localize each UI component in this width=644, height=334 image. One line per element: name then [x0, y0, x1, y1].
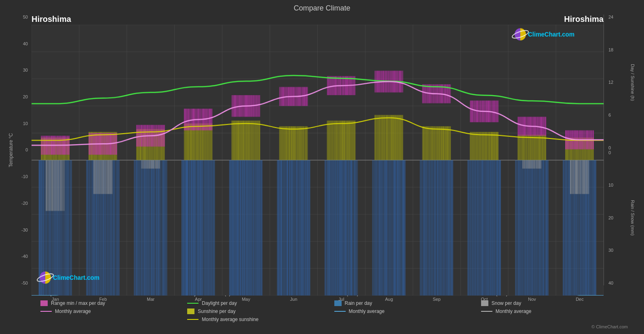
legend-sunshine-avg-label: Monthly average sunshine: [202, 317, 258, 322]
legend-rain-avg-label: Monthly average: [349, 308, 385, 314]
r-tick-0a: 0: [606, 145, 627, 150]
sunshine-avg-line: [187, 319, 198, 320]
x-tick-jun: Jun: [273, 297, 314, 302]
y-left-label: Temperature °C: [8, 15, 15, 285]
x-tick-jul: Jul: [321, 297, 361, 302]
y-tick-40: 40: [23, 41, 30, 46]
y-tick-0: 0: [25, 147, 30, 152]
x-tick-apr: Apr: [178, 297, 219, 302]
legend-snow-avg-label: Monthly average: [496, 308, 532, 314]
x-tick-oct: Oct: [464, 297, 505, 302]
x-tick-nov: Nov: [512, 297, 552, 302]
legend-sunshine-swatch: Sunshine per day: [187, 308, 334, 314]
y-tick--30: -30: [21, 228, 30, 232]
x-tick-jan: Jan: [35, 297, 76, 302]
legend-sunshine-avg: Monthly average sunshine: [187, 317, 334, 322]
x-tick-feb: Feb: [83, 297, 123, 302]
snow-avg-line: [481, 311, 492, 312]
legend-snow-avg: Monthly average: [481, 308, 628, 314]
r-tick-30: 30: [606, 248, 627, 253]
x-tick-aug: Aug: [369, 297, 409, 302]
city-label-left: Hiroshima: [32, 15, 71, 24]
y-tick-30: 30: [23, 68, 30, 72]
x-tick-dec: Dec: [560, 297, 600, 302]
y-right-bottom-label: Rain / Snow (mm): [627, 150, 636, 286]
rain-avg-line: [334, 311, 346, 312]
y-tick-10: 10: [23, 121, 30, 126]
sunshine-swatch: [187, 308, 194, 314]
legend-rain-avg: Monthly average: [334, 308, 481, 314]
temp-avg-line: [40, 311, 52, 312]
r-tick-24: 24: [606, 15, 627, 19]
y-tick--10: -10: [21, 174, 30, 179]
page-title: Compare Climate: [8, 4, 636, 13]
y-right-top-label: Day / Sunshine (h): [627, 15, 636, 150]
y-tick--50: -50: [21, 281, 30, 285]
daylight-line: [187, 303, 198, 304]
y-tick--40: -40: [21, 254, 30, 259]
climate-chart: [32, 25, 604, 296]
legend-temp-avg-label: Monthly average: [55, 308, 91, 314]
y-tick-50: 50: [23, 15, 30, 19]
y-tick-20: 20: [23, 94, 30, 99]
x-tick-mar: Mar: [131, 297, 171, 302]
r-tick-40: 40: [606, 281, 627, 285]
r-tick-10: 10: [606, 183, 627, 187]
legend-sunshine-label: Sunshine per day: [198, 308, 235, 314]
x-tick-sep: Sep: [416, 297, 457, 302]
x-tick-may: May: [226, 297, 266, 302]
r-tick-12: 12: [606, 80, 627, 85]
city-label-right: Hiroshima: [564, 15, 604, 24]
r-tick-6: 6: [606, 113, 627, 117]
y-tick--20: -20: [21, 201, 30, 206]
r-tick-18: 18: [606, 47, 627, 52]
r-tick-20: 20: [606, 215, 627, 220]
copyright: © ClimeChart.com: [8, 324, 636, 330]
legend-temp-avg: Monthly average: [40, 308, 187, 314]
y-left-ticks: 50403020100-10-20-30-40-50: [15, 15, 32, 285]
r-tick-0b: 0: [606, 150, 627, 155]
